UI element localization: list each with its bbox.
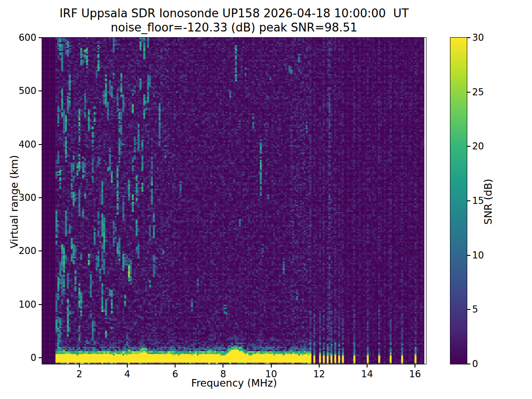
colorbar-tick-label: 15	[472, 195, 484, 207]
x-tick-label: 6	[172, 368, 178, 380]
y-tick-label: 300	[6, 192, 36, 204]
y-tick-label: 0	[6, 352, 36, 364]
colorbar-tick-label: 5	[472, 303, 478, 316]
colorbar-tick-label: 10	[472, 249, 484, 262]
y-tick-label: 600	[6, 31, 36, 44]
colorbar-tick-label: 0	[472, 358, 478, 370]
x-tick-label: 8	[220, 368, 226, 380]
spectrogram-heatmap	[42, 38, 426, 364]
colorbar-tick-label: 30	[472, 31, 484, 44]
y-tick-mark	[39, 304, 42, 305]
y-tick-mark	[39, 357, 42, 358]
colorbar-tick-label: 25	[472, 86, 484, 98]
colorbar-tick-mark	[467, 146, 470, 147]
y-tick-mark	[39, 197, 42, 198]
colorbar-tick-mark	[467, 37, 470, 38]
x-tick-label: 4	[124, 368, 130, 380]
y-tick-label: 400	[6, 138, 36, 151]
y-tick-label: 100	[6, 298, 36, 311]
colorbar-tick-mark	[467, 200, 470, 201]
ionogram-figure: IRF Uppsala SDR Ionosonde UP158 2026-04-…	[0, 0, 532, 399]
colorbar	[450, 37, 467, 364]
x-tick-label: 2	[76, 368, 82, 380]
chart-subtitle: noise_floor=-120.33 (dB) peak SNR=98.51	[42, 20, 426, 35]
x-tick-mark	[271, 364, 272, 368]
y-tick-label: 200	[6, 245, 36, 257]
y-tick-label: 500	[6, 85, 36, 97]
x-tick-label: 14	[361, 368, 373, 380]
colorbar-tick-mark	[467, 364, 470, 364]
x-tick-mark	[319, 364, 320, 368]
x-tick-mark	[127, 364, 128, 368]
x-tick-mark	[415, 364, 415, 368]
y-tick-mark	[39, 250, 42, 251]
y-tick-mark	[39, 37, 42, 38]
colorbar-tick-mark	[467, 309, 470, 310]
x-tick-mark	[223, 364, 223, 368]
x-tick-mark	[175, 364, 176, 368]
x-tick-label: 10	[265, 368, 277, 380]
colorbar-tick-mark	[467, 255, 470, 256]
colorbar-gradient	[450, 38, 467, 364]
y-tick-mark	[39, 144, 42, 145]
colorbar-label: SNR (dB)	[482, 135, 496, 268]
x-tick-label: 16	[409, 368, 421, 380]
colorbar-tick-label: 20	[472, 140, 484, 153]
x-tick-mark	[367, 364, 368, 368]
colorbar-tick-mark	[467, 92, 470, 93]
x-tick-label: 12	[313, 368, 325, 380]
y-tick-mark	[39, 90, 42, 91]
chart-title: IRF Uppsala SDR Ionosonde UP158 2026-04-…	[42, 6, 426, 20]
x-tick-mark	[79, 364, 80, 368]
